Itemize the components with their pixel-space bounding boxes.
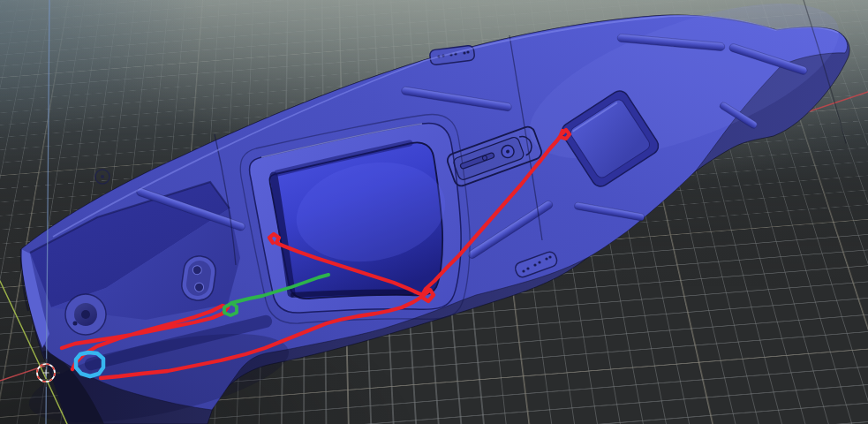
viewport-3d[interactable]	[0, 0, 868, 424]
annotation-layer	[0, 0, 868, 424]
red-hairpin-stroke	[62, 306, 228, 369]
green-stroke	[224, 275, 328, 315]
red-long-stroke	[101, 130, 570, 378]
3d-cursor	[32, 359, 60, 387]
stray-edge-line	[804, 0, 846, 143]
y-axis-line	[0, 281, 67, 424]
cyan-circle-stroke	[76, 352, 103, 376]
